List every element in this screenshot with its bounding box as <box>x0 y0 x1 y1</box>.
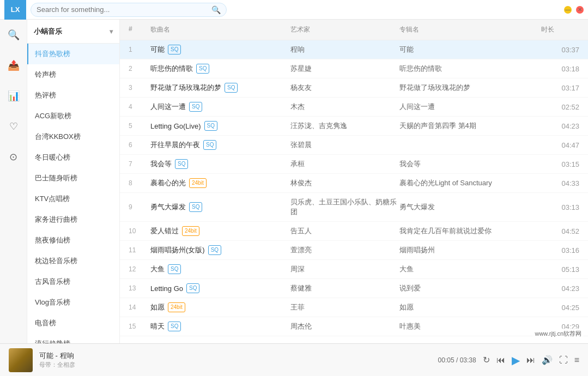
quality-badge: SQ <box>196 64 209 74</box>
album-name: 听悲伤的情歌 <box>399 64 541 74</box>
table-row[interactable]: 6 开往早晨的午夜 SQ 张碧晨 04:47 <box>120 136 588 155</box>
table-row[interactable]: 3 野花做了场玫瑰花的梦 SQ 杨友友 野花做了场玫瑰花的梦 03:17 <box>120 78 588 98</box>
search-input[interactable] <box>37 5 211 14</box>
quality-badge: 24bit <box>168 302 185 312</box>
table-body: 1 可能 SQ 程响 可能 03:37 2 听悲伤的情歌 SQ 苏星婕 听悲伤的… <box>120 40 588 343</box>
sidebar-arrow-icon: ▾ <box>110 28 113 35</box>
table-header: # 歌曲名 艺术家 专辑名 时长 <box>120 20 588 40</box>
watermark: www.rjtj.cn软荐网 <box>532 329 584 339</box>
next-button[interactable]: ⏭ <box>526 355 535 365</box>
song-title-cell: 可能 SQ <box>150 45 290 54</box>
quality-badge: SQ <box>225 83 238 93</box>
artist-name: 杨友友 <box>290 83 399 93</box>
table-row[interactable]: 9 勇气大爆发 SQ 贝乐虎、土豆王国小乐队、奶糖乐团 勇气大爆发 03:13 <box>120 193 588 222</box>
table-row[interactable]: 4 人间这一遭 SQ 木杰 人间这一遭 02:52 <box>120 98 588 117</box>
song-name: 听悲伤的情歌 <box>150 64 193 74</box>
album-name: 勇气大爆发 <box>399 202 541 212</box>
table-row[interactable]: 8 裹着心的光 24bit 林俊杰 裹着心的光Light of Sanctuar… <box>120 174 588 193</box>
sidebar-item-14[interactable]: 流行趋势榜 <box>27 333 119 343</box>
nav-favorites[interactable]: ♡ <box>4 117 23 136</box>
sidebar-title: 小蜗音乐 <box>34 27 62 37</box>
col-song: 歌曲名 <box>150 25 290 34</box>
table-row[interactable]: 14 如愿 24bit 王菲 如愿 04:25 <box>120 298 588 317</box>
player-time: 00:05 / 03:38 <box>438 356 476 364</box>
song-name: 人间这一遭 <box>150 102 186 112</box>
sidebar-item-8[interactable]: 家务进行曲榜 <box>27 209 119 230</box>
sidebar-item-0[interactable]: 抖音热歌榜 <box>27 44 119 64</box>
song-title-cell: Letting Go SQ <box>150 283 290 293</box>
loop-button[interactable]: ↻ <box>483 355 490 365</box>
song-name: 可能 <box>150 45 165 54</box>
player-thumbnail <box>9 348 33 372</box>
sidebar-item-5[interactable]: 冬日暖心榜 <box>27 147 119 168</box>
album-name: 叶惠美 <box>399 322 541 331</box>
album-name: 天赐的声音第四季 第4期 <box>399 121 541 131</box>
row-number: 1 <box>129 46 150 53</box>
song-duration: 04:47 <box>541 141 579 149</box>
table-row[interactable]: 7 我会等 SQ 承桓 我会等 03:15 <box>120 155 588 174</box>
sidebar-item-2[interactable]: 热评榜 <box>27 85 119 106</box>
quality-badge: SQ <box>208 245 221 255</box>
song-title-cell: 野花做了场玫瑰花的梦 SQ <box>150 83 290 93</box>
row-number: 3 <box>129 84 150 92</box>
album-name: 人间这一遭 <box>399 102 541 112</box>
album-name: 野花做了场玫瑰花的梦 <box>399 83 541 93</box>
sidebar-item-13[interactable]: 电音榜 <box>27 313 119 333</box>
quality-badge: SQ <box>175 159 188 169</box>
sidebar-item-4[interactable]: 台湾KKBOX榜 <box>27 126 119 147</box>
sidebar-header[interactable]: 小蜗音乐 ▾ <box>27 20 119 44</box>
fullscreen-button[interactable]: ⛶ <box>559 355 568 365</box>
close-button[interactable]: ✕ <box>576 6 584 14</box>
table-row[interactable]: 11 烟雨唱扬州(女版) SQ 萱漂亮 烟雨唱扬州 03:16 <box>120 241 588 260</box>
more-button[interactable]: ≡ <box>574 355 579 365</box>
sidebar-item-11[interactable]: 古风音乐榜 <box>27 271 119 292</box>
player-info: 可能 - 程响 母带：全相彦 <box>39 351 75 369</box>
song-duration: 04:25 <box>541 304 579 312</box>
title-bar: LX 🔍 — ✕ <box>0 0 588 20</box>
sidebar-item-10[interactable]: 枕边轻音乐榜 <box>27 251 119 271</box>
table-row[interactable]: 12 大鱼 SQ 周深 大鱼 05:13 <box>120 260 588 279</box>
sidebar-item-12[interactable]: Vlog音乐榜 <box>27 292 119 313</box>
artist-name: 周杰伦 <box>290 322 399 331</box>
song-duration: 04:52 <box>541 227 579 235</box>
sidebar-item-9[interactable]: 熬夜修仙榜 <box>27 230 119 251</box>
album-name: 我肯定在几百年前就说过爱你 <box>399 226 541 236</box>
song-title-cell: 我会等 SQ <box>150 159 290 169</box>
nav-import[interactable]: 📤 <box>4 56 23 75</box>
table-row[interactable]: 2 听悲伤的情歌 SQ 苏星婕 听悲伤的情歌 03:18 <box>120 59 588 78</box>
album-name: 我会等 <box>399 159 541 169</box>
song-name: 爱人错过 <box>150 226 179 236</box>
minimize-button[interactable]: — <box>564 6 572 14</box>
play-button[interactable]: ▶ <box>512 354 520 367</box>
prev-button[interactable]: ⏮ <box>496 355 505 365</box>
song-title-cell: 听悲伤的情歌 SQ <box>150 64 290 74</box>
nav-search[interactable]: 🔍 <box>4 25 23 45</box>
sidebar-item-7[interactable]: KTV点唱榜 <box>27 189 119 209</box>
table-row[interactable]: 5 Letting Go(Live) SQ 汪苏泷、吉克隽逸 天赐的声音第四季 … <box>120 117 588 136</box>
song-title-cell: 如愿 24bit <box>150 302 290 312</box>
player-controls: ↻ ⏮ ▶ ⏭ 🔊 ⛶ ≡ <box>483 354 579 367</box>
nav-chart[interactable]: 📊 <box>4 86 23 106</box>
volume-button[interactable]: 🔊 <box>542 355 553 365</box>
quality-badge: SQ <box>189 102 202 112</box>
sidebar-item-6[interactable]: 巴士随身听榜 <box>27 168 119 189</box>
album-name: 裹着心的光Light of Sanctuary <box>399 178 541 188</box>
artist-name: 萱漂亮 <box>290 245 399 255</box>
table-row[interactable]: 13 Letting Go SQ 蔡健雅 说到爱 04:23 <box>120 279 588 298</box>
table-row[interactable]: 10 爱人错过 24bit 告五人 我肯定在几百年前就说过爱你 04:52 <box>120 222 588 241</box>
song-duration: 05:13 <box>541 265 579 274</box>
song-name: 晴天 <box>150 322 165 331</box>
sidebar-item-1[interactable]: 铃声榜 <box>27 64 119 85</box>
quality-badge: 24bit <box>182 226 199 236</box>
sidebar-item-3[interactable]: ACG新歌榜 <box>27 106 119 126</box>
search-icon[interactable]: 🔍 <box>211 5 221 14</box>
table-row[interactable]: 15 晴天 SQ 周杰伦 叶惠美 04:29 <box>120 317 588 336</box>
song-duration: 03:13 <box>541 203 579 211</box>
quality-badge: SQ <box>189 202 202 212</box>
song-duration: 04:33 <box>541 179 579 187</box>
table-row[interactable]: 1 可能 SQ 程响 可能 03:37 <box>120 40 588 59</box>
search-bar[interactable]: 🔍 <box>31 3 227 17</box>
song-name: Letting Go(Live) <box>150 122 201 130</box>
nav-settings[interactable]: ⊙ <box>4 147 23 167</box>
quality-badge: 24bit <box>189 178 207 188</box>
